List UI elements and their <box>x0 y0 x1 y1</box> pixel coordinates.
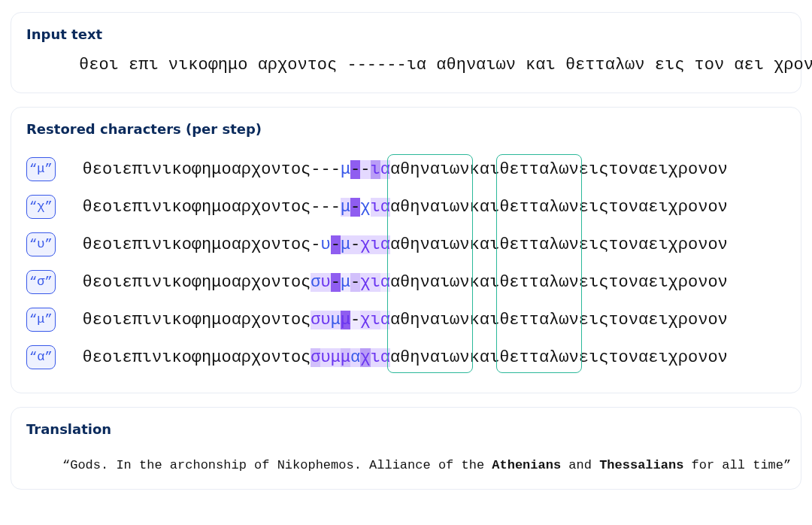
step-row: “μ”θεοι επι νικοφημο αρχοντος συμμ-χια α… <box>26 301 786 338</box>
restored-steps: “μ”θεοι επι νικοφημο αρχοντος ---μ--ια α… <box>26 150 786 376</box>
step-line: θεοι επι νικοφημο αρχοντος συμμ-χια αθην… <box>56 311 728 329</box>
restored-char: - <box>320 198 330 217</box>
restored-char: ι <box>371 160 380 179</box>
restored-char: ι <box>371 311 380 329</box>
context-word: θετταλων <box>499 198 579 217</box>
context-word: θετταλων <box>499 160 579 179</box>
restored-char: α <box>380 273 390 292</box>
step-chip: “σ” <box>26 270 56 294</box>
restored-char: - <box>311 198 320 217</box>
restored-char: σ <box>311 348 320 367</box>
step-row: “σ”θεοι επι νικοφημο αρχοντος συ-μ-χια α… <box>26 263 786 301</box>
restored-char: ι <box>371 273 380 292</box>
context-word: αθηναιων <box>390 273 470 292</box>
context-word: αθηναιων <box>390 160 470 179</box>
restored-char: - <box>350 311 360 329</box>
step-row: “υ”θεοι επι νικοφημο αρχοντος -υ-μ-χια α… <box>26 226 786 263</box>
step-chip: “μ” <box>26 157 56 181</box>
restored-char: ι <box>371 198 380 217</box>
restored-char: α <box>350 348 360 367</box>
restored-char: - <box>331 235 341 254</box>
context-word: αθηναιων <box>390 198 470 217</box>
translation-text: “Gods. In the archonship of Nikophemos. … <box>62 451 786 472</box>
restored-char: χ <box>360 348 370 367</box>
restored-char: - <box>350 160 360 179</box>
context-word: αθηναιων <box>390 311 470 329</box>
restored-char: μ <box>341 198 350 217</box>
translation-segment: Gods. In the archonship of Nikophemos. A… <box>70 458 492 472</box>
translation-title: Translation <box>26 421 786 437</box>
restored-char: ι <box>371 348 380 367</box>
restored-card: Restored characters (per step) “μ”θεοι ε… <box>11 107 801 393</box>
restored-char: χ <box>360 311 370 329</box>
step-line: θεοι επι νικοφημο αρχοντος συ-μ-χια αθην… <box>56 273 728 292</box>
restored-char: α <box>380 198 390 217</box>
restored-char: - <box>331 273 341 292</box>
restored-char: υ <box>320 273 330 292</box>
step-row: “μ”θεοι επι νικοφημο αρχοντος ---μ--ια α… <box>26 150 786 188</box>
restored-char: α <box>380 348 390 367</box>
restored-char: - <box>331 198 341 217</box>
context-word: θετταλων <box>499 235 579 254</box>
restored-char: - <box>311 160 320 179</box>
restored-char: - <box>311 235 320 254</box>
step-chip: “μ” <box>26 308 56 332</box>
step-row: “α”θεοι επι νικοφημο αρχοντος συμμαχια α… <box>26 338 786 376</box>
restored-char: μ <box>331 348 341 367</box>
step-row: “χ”θεοι επι νικοφημο αρχοντος ---μ-χια α… <box>26 188 786 226</box>
context-word: θετταλων <box>499 348 579 367</box>
step-line: θεοι επι νικοφημο αρχοντος ---μ--ια αθην… <box>56 160 728 179</box>
restored-char: ι <box>371 235 380 254</box>
context-word: αθηναιων <box>390 235 470 254</box>
restored-char: μ <box>341 160 350 179</box>
step-line: θεοι επι νικοφημο αρχοντος ---μ-χια αθην… <box>56 198 728 217</box>
restored-title: Restored characters (per step) <box>26 121 786 137</box>
translation-segment: for all time <box>683 458 783 472</box>
restored-char: - <box>350 235 360 254</box>
step-line: θεοι επι νικοφημο αρχοντος -υ-μ-χια αθην… <box>56 235 728 254</box>
context-word: θετταλων <box>499 311 579 329</box>
translation-segment: and <box>561 458 599 472</box>
restored-char: υ <box>320 235 330 254</box>
restored-char: α <box>380 235 390 254</box>
restored-char: μ <box>331 311 341 329</box>
restored-char: - <box>360 160 370 179</box>
restored-char: μ <box>341 273 350 292</box>
context-word: αθηναιων <box>390 348 470 367</box>
step-chip: “α” <box>26 345 56 369</box>
restored-char: σ <box>311 273 320 292</box>
restored-char: χ <box>360 198 370 217</box>
restored-char: μ <box>341 348 350 367</box>
restored-char: - <box>350 273 360 292</box>
input-text: θεοι επι νικοφημο αρχοντος ------ια αθην… <box>26 56 786 74</box>
step-chip: “χ” <box>26 195 56 219</box>
restored-char: α <box>380 160 390 179</box>
restored-char: χ <box>360 273 370 292</box>
restored-char: σ <box>311 311 320 329</box>
restored-char: υ <box>320 311 330 329</box>
restored-char: α <box>380 311 390 329</box>
step-chip: “υ” <box>26 232 56 256</box>
translation-card: Translation “Gods. In the archonship of … <box>11 407 801 490</box>
restored-char: χ <box>360 235 370 254</box>
restored-char: - <box>331 160 341 179</box>
context-word: θετταλων <box>499 273 579 292</box>
step-line: θεοι επι νικοφημο αρχοντος συμμαχια αθην… <box>56 348 728 367</box>
restored-char: - <box>320 160 330 179</box>
translation-bold: Thessalians <box>599 458 683 472</box>
restored-char: υ <box>320 348 330 367</box>
restored-char: μ <box>341 235 350 254</box>
input-card: Input text θεοι επι νικοφημο αρχοντος --… <box>11 12 801 93</box>
restored-char: - <box>350 198 360 217</box>
restored-char: μ <box>341 311 350 329</box>
input-title: Input text <box>26 26 786 42</box>
translation-bold: Athenians <box>492 458 561 472</box>
